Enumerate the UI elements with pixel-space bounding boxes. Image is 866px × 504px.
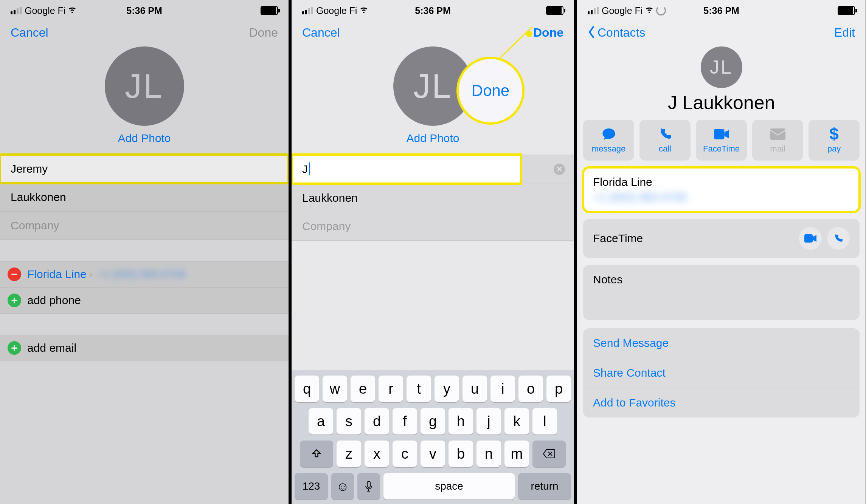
clock: 5:36 PM bbox=[415, 5, 450, 16]
status-bar: Google Fi 5:36 PM bbox=[0, 0, 289, 17]
link-add-to-favorites[interactable]: Add to Favorites bbox=[583, 388, 860, 417]
key-w[interactable]: w bbox=[323, 376, 347, 402]
carrier-label: Google Fi bbox=[316, 5, 357, 16]
notes-card[interactable]: Notes bbox=[583, 265, 860, 320]
company-field[interactable]: Company bbox=[0, 212, 289, 240]
key-y[interactable]: y bbox=[435, 376, 459, 402]
keyboard: qwertyuiop asdfghjkl zxcvbnm 123 ☺ space… bbox=[292, 370, 574, 504]
dictation-key[interactable] bbox=[357, 473, 380, 499]
signal-icon bbox=[11, 7, 22, 14]
loading-spinner-icon bbox=[656, 6, 666, 15]
last-name-field[interactable]: Laukkonen bbox=[0, 183, 289, 212]
key-g[interactable]: g bbox=[421, 408, 445, 434]
key-a[interactable]: a bbox=[309, 408, 333, 434]
add-photo-button[interactable]: Add Photo bbox=[406, 132, 459, 145]
call-icon bbox=[658, 127, 672, 142]
mail-icon bbox=[770, 127, 785, 142]
done-callout-circle: Done bbox=[456, 57, 525, 125]
signal-icon bbox=[302, 7, 313, 14]
cancel-button[interactable]: Cancel bbox=[302, 26, 340, 40]
svg-rect-0 bbox=[367, 481, 370, 487]
edit-button[interactable]: Edit bbox=[834, 26, 855, 40]
link-share-contact[interactable]: Share Contact bbox=[583, 358, 860, 388]
action-mail: mail bbox=[752, 120, 803, 161]
key-f[interactable]: f bbox=[393, 408, 417, 434]
last-name-field[interactable]: Laukkonen bbox=[292, 184, 574, 212]
panel-edit-contact-2: Google Fi 5:36 PM Cancel Done Done JL Ad… bbox=[289, 0, 577, 504]
key-o[interactable]: o bbox=[518, 376, 543, 402]
battery-icon bbox=[261, 6, 278, 15]
key-e[interactable]: e bbox=[351, 376, 375, 402]
carrier-label: Google Fi bbox=[25, 5, 65, 16]
key-t[interactable]: t bbox=[407, 376, 431, 402]
key-x[interactable]: x bbox=[365, 441, 389, 467]
key-u[interactable]: u bbox=[462, 376, 487, 402]
phone-number-blurred: +1 (850) 980-0708 bbox=[593, 191, 850, 204]
avatar-initials: JL bbox=[701, 46, 742, 88]
back-contacts-button[interactable]: Contacts bbox=[588, 26, 645, 40]
shift-key[interactable] bbox=[300, 441, 333, 467]
clear-text-icon[interactable]: ✕ bbox=[554, 164, 565, 175]
phone-label: Florida Line bbox=[593, 176, 850, 189]
link-send-message[interactable]: Send Message bbox=[583, 328, 860, 358]
delete-key[interactable] bbox=[532, 441, 566, 467]
facetime-audio-button[interactable] bbox=[827, 227, 850, 250]
key-m[interactable]: m bbox=[504, 441, 529, 467]
key-z[interactable]: z bbox=[337, 441, 361, 467]
key-i[interactable]: i bbox=[490, 376, 515, 402]
phone-number-blurred: +1 (850) 980-0708 bbox=[98, 268, 185, 280]
key-k[interactable]: k bbox=[504, 408, 529, 434]
carrier-label: Google Fi bbox=[602, 5, 643, 16]
action-links: Send MessageShare ContactAdd to Favorite… bbox=[583, 328, 860, 417]
clock: 5:36 PM bbox=[703, 5, 739, 16]
wifi-icon bbox=[68, 5, 77, 16]
key-c[interactable]: c bbox=[393, 441, 417, 467]
add-email-button[interactable]: + add email bbox=[0, 335, 289, 361]
key-v[interactable]: v bbox=[421, 441, 445, 467]
cancel-button[interactable]: Cancel bbox=[11, 26, 48, 40]
facetime-label: FaceTime bbox=[593, 232, 643, 245]
done-button[interactable]: Done bbox=[533, 26, 563, 40]
action-message[interactable]: message bbox=[583, 120, 634, 161]
avatar-initials[interactable]: JL bbox=[105, 46, 184, 126]
facetime-icon bbox=[714, 127, 729, 142]
key-s[interactable]: s bbox=[337, 408, 361, 434]
done-button-disabled: Done bbox=[249, 26, 278, 40]
wifi-icon bbox=[359, 5, 368, 16]
svg-rect-2 bbox=[770, 128, 785, 140]
company-field[interactable]: Company bbox=[292, 212, 574, 241]
add-photo-button[interactable]: Add Photo bbox=[118, 132, 171, 145]
facetime-video-button[interactable] bbox=[799, 227, 822, 250]
nav-bar: Contacts Edit bbox=[577, 17, 866, 43]
return-key[interactable]: return bbox=[518, 473, 571, 499]
add-icon: + bbox=[8, 294, 21, 307]
svg-rect-1 bbox=[714, 129, 725, 139]
emoji-key[interactable]: ☺ bbox=[331, 473, 354, 499]
svg-rect-3 bbox=[804, 234, 813, 243]
status-bar: Google Fi 5:36 PM bbox=[292, 0, 574, 17]
key-j[interactable]: j bbox=[476, 408, 501, 434]
action-pay[interactable]: $pay bbox=[809, 120, 860, 161]
delete-icon[interactable]: − bbox=[8, 267, 21, 281]
key-l[interactable]: l bbox=[532, 408, 557, 434]
add-icon: + bbox=[8, 341, 21, 355]
add-phone-button[interactable]: + add phone bbox=[0, 288, 289, 314]
action-call[interactable]: call bbox=[639, 120, 691, 161]
phone-row-florida[interactable]: − Florida Line › +1 (850) 980-0708 bbox=[0, 261, 289, 288]
key-b[interactable]: b bbox=[449, 441, 473, 467]
key-h[interactable]: h bbox=[449, 408, 473, 434]
key-p[interactable]: p bbox=[546, 376, 571, 402]
key-n[interactable]: n bbox=[476, 441, 501, 467]
chevron-right-icon: › bbox=[89, 268, 93, 281]
key-d[interactable]: d bbox=[365, 408, 389, 434]
status-bar: Google Fi 5:36 PM bbox=[577, 0, 866, 17]
key-q[interactable]: q bbox=[295, 376, 319, 402]
space-key[interactable]: space bbox=[383, 473, 515, 499]
nav-bar: Cancel Done bbox=[292, 17, 574, 43]
phone-card-florida[interactable]: Florida Line +1 (850) 980-0708 bbox=[583, 167, 860, 212]
action-FaceTime[interactable]: FaceTime bbox=[696, 120, 747, 161]
first-name-field[interactable]: J bbox=[292, 155, 521, 184]
key-r[interactable]: r bbox=[379, 376, 403, 402]
first-name-field[interactable]: Jeremy bbox=[0, 155, 289, 183]
numbers-key[interactable]: 123 bbox=[295, 473, 328, 499]
